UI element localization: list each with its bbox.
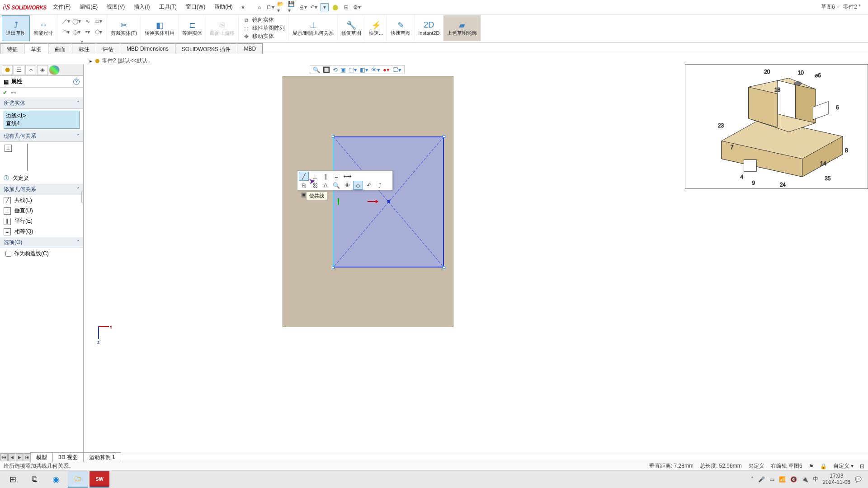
tray-ime[interactable]: 中 bbox=[813, 475, 818, 483]
settings-icon[interactable]: ⚙▾ bbox=[353, 3, 361, 11]
ctx-collinear-button[interactable]: ╱ bbox=[299, 172, 309, 181]
ctx-text-button[interactable]: A bbox=[321, 181, 330, 190]
move-icon[interactable]: ✥ bbox=[242, 33, 250, 41]
menu-tools[interactable]: 工具(T) bbox=[156, 2, 179, 12]
ribbon-trim[interactable]: ✂剪裁实体(T) bbox=[107, 15, 141, 41]
start-button[interactable]: ⊞ bbox=[3, 471, 23, 488]
section-add-relations[interactable]: 添加几何关系˄ bbox=[0, 184, 83, 195]
rebuild-icon[interactable]: ⬤ bbox=[331, 3, 340, 11]
status-lock-icon[interactable]: 🔒 bbox=[820, 463, 827, 469]
vertex-handle[interactable] bbox=[332, 135, 335, 138]
graphics-area[interactable]: 🔍 🔲 ⟲ ▣ ⬚▾ ◧▾ 👁▾ ●▾ 🖵▾ ╱ ⊥ ∥ = ⟷ ⎘ ⛓ A 🔍… bbox=[84, 64, 868, 452]
relation-collinear[interactable]: ╱共线(L) bbox=[0, 195, 83, 206]
tray-clock[interactable]: 17:032024-11-06 bbox=[823, 473, 850, 485]
options-icon[interactable]: ⊟ bbox=[342, 3, 350, 11]
tray-power-icon[interactable]: 🔌 bbox=[802, 476, 808, 483]
pin-icon[interactable]: ⊷ bbox=[11, 89, 16, 96]
tab-surface[interactable]: 曲面 bbox=[48, 43, 72, 54]
ctx-equal-button[interactable]: = bbox=[331, 172, 341, 181]
display-style-icon[interactable]: ◧▾ bbox=[360, 66, 368, 73]
tab-sketch[interactable]: 草图 bbox=[24, 43, 48, 54]
prev-view-icon[interactable]: ⟲ bbox=[333, 66, 338, 73]
ribbon-shaded-contour[interactable]: ▰上色草图轮廓 bbox=[443, 15, 481, 41]
hide-show-icon[interactable]: 👁▾ bbox=[371, 66, 380, 73]
orient-icon[interactable]: ⬚▾ bbox=[349, 66, 357, 73]
taskbar-edge[interactable]: ◉ bbox=[46, 471, 66, 488]
tab-nav-last[interactable]: ⏭ bbox=[24, 453, 31, 461]
relation-parallel[interactable]: ∥平行(E) bbox=[0, 216, 83, 226]
line-icon[interactable]: ／▾ bbox=[62, 17, 70, 25]
tab-plugins[interactable]: SOLIDWORKS 插件 bbox=[175, 43, 238, 54]
taskbar-solidworks[interactable]: SW bbox=[90, 471, 109, 488]
pattern-icon[interactable]: ⸬ bbox=[242, 24, 250, 33]
ellipse-icon[interactable]: ◎▾ bbox=[73, 28, 81, 36]
section-view-icon[interactable]: ▣ bbox=[340, 66, 346, 73]
vertex-handle[interactable] bbox=[443, 266, 445, 269]
selected-edge[interactable] bbox=[333, 136, 334, 267]
tab-model[interactable]: 模型 bbox=[30, 452, 53, 462]
panel-tab-config[interactable]: 𝄐 bbox=[25, 65, 36, 75]
ribbon-mirror-group[interactable]: ⧉镜向实体 ⸬线性草图阵列 ✥移动实体 bbox=[239, 15, 289, 41]
section-options[interactable]: 选项(O)˄ bbox=[0, 237, 83, 248]
tab-motion-study[interactable]: 运动算例 1 bbox=[83, 452, 121, 462]
construction-line-checkbox[interactable]: 作为构造线(C) bbox=[0, 248, 83, 259]
undo-icon[interactable]: ↶▾ bbox=[310, 3, 318, 11]
ctx-exit-button[interactable]: ⤴ bbox=[375, 181, 385, 190]
zoom-fit-icon[interactable]: 🔍 bbox=[313, 66, 320, 73]
menu-insert[interactable]: 插入(I) bbox=[131, 2, 152, 12]
ctx-dimension-button[interactable]: ⟷ bbox=[342, 172, 352, 181]
ribbon-quick[interactable]: ⚡快速... bbox=[365, 15, 387, 41]
open-icon[interactable]: 📂▾ bbox=[277, 3, 285, 11]
new-icon[interactable]: 🗋▾ bbox=[266, 3, 274, 11]
tab-nav-next[interactable]: ▶ bbox=[16, 453, 23, 461]
existing-relations-list[interactable] bbox=[27, 144, 28, 171]
mirror-icon[interactable]: ⧉ bbox=[242, 16, 250, 24]
menu-window[interactable]: 窗口(W) bbox=[183, 2, 208, 12]
ribbon-repair[interactable]: 🔧修复草图 bbox=[338, 15, 365, 41]
poly-icon[interactable]: ⬠▾ bbox=[94, 28, 103, 36]
tray-meet-icon[interactable]: ▭ bbox=[769, 476, 774, 483]
ribbon-smart-dimension[interactable]: ↔智能尺寸 bbox=[30, 15, 57, 41]
star-icon[interactable]: ★ bbox=[239, 3, 247, 11]
task-view-button[interactable]: ⧉ bbox=[24, 471, 44, 488]
ctx-zoom-button[interactable]: 🔍 bbox=[331, 181, 341, 190]
ctx-undo-button[interactable]: ↶ bbox=[364, 181, 374, 190]
ctx-parallel-button[interactable]: ∥ bbox=[321, 172, 330, 181]
panel-tab-feature-tree[interactable]: ⬣ bbox=[2, 65, 13, 75]
scene-icon[interactable]: 🖵▾ bbox=[392, 66, 401, 73]
ribbon-show-relations[interactable]: ⊥显示/删除几何关系 bbox=[289, 15, 338, 41]
ribbon-instant2d[interactable]: 2DInstant2D bbox=[415, 15, 443, 41]
panel-tab-property[interactable]: ☰ bbox=[14, 65, 24, 75]
status-flag-icon[interactable]: ⚑ bbox=[809, 463, 814, 469]
rect-icon[interactable]: ▭▾ bbox=[94, 17, 103, 25]
menu-view[interactable]: 视图(V) bbox=[104, 2, 127, 12]
appearance-icon[interactable]: ●▾ bbox=[383, 66, 390, 73]
selected-entities-list[interactable]: 边线<1> 直线4 bbox=[4, 111, 80, 129]
tray-expand-icon[interactable]: ˄ bbox=[751, 476, 754, 483]
ribbon-exit-sketch[interactable]: ⤴退出草图 bbox=[2, 15, 30, 41]
status-restore-icon[interactable]: ⊡ bbox=[860, 463, 864, 469]
panel-tab-display[interactable]: ◈ bbox=[37, 65, 48, 75]
help-icon[interactable]: ? bbox=[73, 79, 80, 85]
tab-mbd[interactable]: MBD bbox=[237, 43, 263, 54]
taskbar-explorer[interactable]: 🗂 bbox=[68, 471, 88, 488]
tray-wifi-icon[interactable]: 📶 bbox=[779, 476, 786, 483]
tab-evaluate[interactable]: 评估 bbox=[96, 43, 120, 54]
print-icon[interactable]: 🖨▾ bbox=[299, 3, 307, 11]
relation-equal[interactable]: =相等(Q) bbox=[0, 226, 83, 237]
ribbon-curve-offset[interactable]: ⎘曲面上偏移 bbox=[206, 15, 239, 41]
home-icon[interactable]: ⌂ bbox=[255, 3, 264, 11]
list-item[interactable]: 直线4 bbox=[6, 120, 77, 127]
tray-notifications-icon[interactable]: 💬 bbox=[855, 476, 862, 483]
vertex-handle[interactable] bbox=[443, 135, 445, 138]
ribbon-sketch-tools[interactable]: ／▾ ◯▾ ∿ ▭▾ ◠▾ ◎▾ •▾ ⬠▾ A bbox=[57, 15, 107, 41]
relation-perpendicular[interactable]: ⊥垂直(U) bbox=[0, 206, 83, 216]
breadcrumb-part[interactable]: 零件2 (默认<<默认.. bbox=[102, 57, 151, 65]
tray-mic-icon[interactable]: 🎤 bbox=[758, 476, 765, 483]
section-selected[interactable]: 所选实体˄ bbox=[0, 98, 83, 109]
ribbon-offset[interactable]: ⊏等距实体 bbox=[179, 15, 206, 41]
circle-icon[interactable]: ◯▾ bbox=[73, 17, 81, 25]
menu-help[interactable]: 帮助(H) bbox=[212, 2, 236, 12]
ribbon-rapid-sketch[interactable]: ✎快速草图 bbox=[387, 15, 415, 41]
vertex-handle[interactable] bbox=[332, 266, 335, 269]
